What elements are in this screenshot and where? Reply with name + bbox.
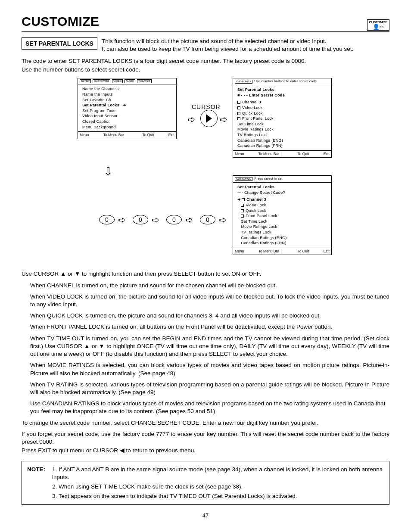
foot-exit: Exit [168,133,174,137]
screen1-footer: Menu To Menu Bar To Quit Exit [78,131,176,138]
instr-quick-lock: When QUICK LOCK is turned on, the pictur… [30,312,389,320]
instr-channel: When CHANNEL is turned on, the picture a… [30,282,389,289]
lock-item: Canadian Ratings (FRN) [237,240,329,246]
instr-tv-time-out: When TV TIME OUT is turned on, you can s… [30,335,389,358]
digit-button-2[interactable]: 0 [133,215,148,224]
digit-button-4[interactable]: 0 [200,215,215,224]
menu-item: Set Favorite Ch. [82,97,174,103]
arrow-right-icon: ➪ [187,113,195,126]
screen2-title: Set Parental Locks [237,87,329,93]
customize-corner-icon: CUSTOMIZE 👤▫▫ [367,19,389,31]
note-label: NOTE: [27,466,45,501]
foot-exit: Exit [324,152,330,156]
arrow-right-icon: ➪ [185,214,193,227]
screen3-topbar: CUSTOMIZE Press select to set [233,176,331,183]
lock-item: Video Lock [237,202,329,208]
play-triangle-icon [206,114,212,123]
lock-item: TV Ratings Lock [237,132,329,138]
lock-item: Set Time Lock [237,219,329,224]
tab-customize-mini: CUSTOMIZE [235,80,252,84]
screen-enter-code: CUSTOMIZE Use number buttons to enter se… [233,78,332,158]
tab-setup: SETUP [80,79,91,83]
note-items: 1. If ANT A and ANT B are in the same si… [52,466,384,501]
digit-button-1[interactable]: 0 [99,215,115,224]
screen-press-select: CUSTOMIZE Press select to set Set Parent… [233,175,332,255]
section-box-title: SET PARENTAL LOCKS [22,37,97,50]
menu-item: Set Program Timer [82,108,174,114]
screen3-footer: Menu To Menu Bar To Quit Exit [233,248,331,255]
menu-item: Name the Channels [82,86,174,92]
lock-item: Canadian Ratings (FRN) [237,143,329,149]
lock-item: Set Time Lock [237,121,329,127]
page-header: CUSTOMIZE CUSTOMIZE 👤▫▫ [22,13,389,32]
menu-item: Name the Inputs [82,92,174,97]
foot-menu: Menu [235,152,244,156]
lock-item-selected: ➜Channel 3 [237,197,329,202]
code-note-2: Use the number buttons to select secret … [22,66,389,74]
screen3-content: Set Parental Locks ---- Change Secret Co… [233,183,331,248]
menu-item: Video Input Sensor [82,113,174,119]
intro-row: SET PARENTAL LOCKS This function will bl… [22,37,389,53]
intro-line-1: This function will block out the picture… [102,37,353,45]
screen2-content: Set Parental Locks ■ - - - Enter Secret … [233,85,331,150]
foot-menu: Menu [80,133,89,137]
instr-video-lock: When VIDEO LOCK is turned on, the pictur… [30,293,389,308]
menu-item: Closed Caption [82,119,174,124]
arrow-right-icon: ➪ [219,214,227,227]
foot-menu: Menu [235,249,244,254]
lock-item: Quick Lock [237,111,329,116]
foot-bar: To Menu Bar [258,152,281,156]
foot-quit: To Quit [296,152,309,156]
lock-item: Front Panel Lock [237,213,329,219]
foot-bar: To Menu Bar [258,249,281,254]
tab-theater: THEATER [137,79,152,83]
note-item-3: 3. Text appears on the screen to indicat… [52,492,384,500]
arrow-down-icon: ⇩ [103,164,113,179]
intro-text: This function will block out the picture… [102,37,353,53]
screen1-topbar: SETUP CUSTOMIZE VIDEO AUDIO THEATER [78,78,176,84]
cursor-right-button[interactable] [200,110,218,127]
page-number: 47 [22,512,389,520]
note-box: NOTE: 1. If ANT A and ANT B are in the s… [22,461,389,505]
screen3-title: Set Parental Locks [237,184,329,190]
instr-cursor: Use CURSOR ▲ or ▼ to highlight function … [22,270,389,278]
instr-exit: Press EXIT to quit menu or CURSOR ◀ to r… [22,447,389,454]
screen3-change-code: ---- Change Secret Code? [237,190,329,196]
screen2-prompt: Use number buttons to enter secret code [254,79,317,84]
tab-audio: AUDIO [125,79,135,83]
instr-front-panel: When FRONT PANEL LOCK is turned on, all … [30,323,389,331]
screen2-topbar: CUSTOMIZE Use number buttons to enter se… [233,78,331,85]
note-item-2: 2. When using SET TIME LOCK make sure th… [52,483,384,491]
foot-quit: To Quit [140,133,154,137]
lock-item: Quick Lock [237,208,329,214]
lock-item: TV Ratings Lock [237,230,329,235]
arrow-right-icon: ➪ [220,113,227,126]
lock-item: Canadian Ratings (ENG) [237,235,329,241]
lock-item: Canadian Ratings (ENG) [237,138,329,143]
page-title: CUSTOMIZE [22,13,100,31]
code-note-1: The code to enter SET PARENTAL LOCKS is … [22,57,389,65]
digit-button-3[interactable]: 0 [166,215,182,224]
menu-item: Menu Background [82,124,174,130]
screen-customize-menu: SETUP CUSTOMIZE VIDEO AUDIO THEATER Name… [78,78,177,139]
instr-movie-ratings: When MOVIE RATINGS is selected, you can … [30,361,389,377]
intro-line-2: It can also be used to keep the TV from … [102,45,353,53]
arrow-right-icon: ➪ [118,214,126,227]
foot-exit: Exit [324,249,330,254]
diagram-zone: SETUP CUSTOMIZE VIDEO AUDIO THEATER Name… [22,78,389,263]
foot-quit: To Quit [296,249,309,254]
lock-item: Front Panel Lock [237,116,329,121]
lock-item: Video Lock [237,105,329,111]
instr-change-code: To change the secret code number, select… [22,419,389,427]
instr-canadian: Use CANADIAN RATINGS to block various ty… [30,400,389,415]
screen2-footer: Menu To Menu Bar To Quit Exit [233,150,331,157]
screen1-content: Name the Channels Name the Inputs Set Fa… [78,84,176,131]
screen3-prompt: Press select to set [254,177,282,181]
instr-forget: If you forget your secret code, use the … [22,430,389,446]
lock-item: Movie Ratings Lock [237,127,329,132]
tab-customize: CUSTOMIZE [93,79,110,83]
tab-customize-mini: CUSTOMIZE [235,177,252,181]
lock-item: Movie Ratings Lock [237,224,329,230]
arrow-right-icon: ➪ [152,214,159,227]
menu-item-selected: Set Parental Locks ➜ [82,103,174,108]
